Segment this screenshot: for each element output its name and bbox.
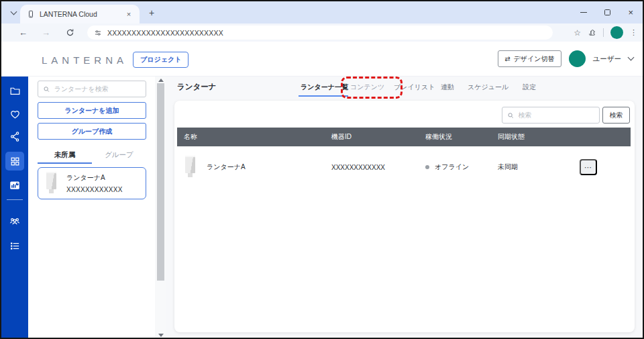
tab-unassigned[interactable]: 未所属: [38, 146, 92, 164]
device-card[interactable]: ランターナA XXXXXXXXXXXX: [38, 167, 146, 199]
sidebar-item-folder[interactable]: [7, 83, 23, 99]
browser-tab[interactable]: LANTERNA Cloud ×: [20, 5, 140, 23]
row-device-id: XXXXXXXXXXXX: [331, 164, 425, 171]
tab-schedule[interactable]: スケジュール: [468, 83, 508, 92]
sidebar-item-users[interactable]: [7, 213, 23, 229]
main-area: ランターナ ランターナ一覧 コンテンツ プレイリスト 連動 スケジュール 設定 …: [166, 77, 643, 339]
table-search-box[interactable]: [502, 107, 600, 124]
row-sync-state: 未同期: [498, 162, 580, 172]
status-dot-icon: [425, 165, 429, 169]
table-header: 名称 機器ID 稼働状況 同期状態: [177, 128, 631, 146]
project-button-label: プロジェクト: [140, 55, 181, 64]
browser-tab-strip: LANTERNA Cloud × + ×: [1, 1, 643, 23]
row-device-name: ランターナA: [207, 162, 246, 172]
search-icon: [43, 85, 50, 93]
window-controls: ×: [580, 1, 639, 23]
add-device-button[interactable]: ランターナを追加: [38, 102, 146, 119]
table-search-input[interactable]: [518, 111, 594, 119]
window-maximize-icon[interactable]: [604, 9, 610, 15]
sidebar-item-devices[interactable]: [5, 152, 24, 171]
sidebar-divider: [7, 199, 23, 200]
search-button[interactable]: 検索: [602, 107, 630, 124]
mobile-device-icon: [27, 10, 35, 18]
device-search-box[interactable]: [38, 81, 146, 97]
app-header: LANTERNA cloud プロジェクト ⇄ デザイン切替 ユーザー: [1, 42, 643, 77]
device-panel-tabs: 未所属 グループ: [38, 146, 146, 164]
search-icon: [507, 111, 514, 119]
window-minimize-icon[interactable]: [580, 12, 587, 13]
table-row[interactable]: ランターナA XXXXXXXXXXXX オフライン 未同期 ⋯: [177, 146, 631, 188]
tab-search-button[interactable]: [7, 6, 20, 19]
tab-group[interactable]: グループ: [92, 146, 146, 164]
device-id: XXXXXXXXXXXX: [66, 186, 123, 193]
site-info-icon[interactable]: [94, 29, 102, 37]
col-device-id: 機器ID: [331, 132, 425, 142]
chevron-down-icon[interactable]: [628, 54, 635, 61]
tab-close-icon[interactable]: ×: [123, 9, 134, 19]
sidebar-item-analytics[interactable]: [7, 177, 23, 193]
col-sync: 同期状態: [498, 132, 580, 142]
reload-icon[interactable]: [63, 26, 77, 40]
browser-toolbar: ← → XXXXXXXXXXXXXXXXXXXXXXXX ☆ ⋮: [1, 23, 643, 42]
add-device-label: ランターナを追加: [64, 106, 119, 115]
scrollbar-thumb[interactable]: [157, 83, 164, 281]
lantern-device-icon: [184, 156, 197, 179]
extensions-icon[interactable]: [588, 28, 596, 37]
url-text: XXXXXXXXXXXXXXXXXXXXXXXX: [107, 29, 223, 37]
user-avatar[interactable]: [569, 50, 586, 67]
app-body: ランターナを追加 グループ作成 未所属 グループ ランターナA XXXXXXXX…: [1, 77, 643, 339]
design-switch-button[interactable]: ⇄ デザイン切替: [498, 50, 561, 67]
col-status: 稼働状況: [425, 132, 498, 142]
tab-device-list[interactable]: ランターナ一覧: [301, 83, 348, 92]
scroll-up-icon[interactable]: [158, 79, 164, 82]
forward-icon: →: [39, 26, 53, 40]
back-icon[interactable]: ←: [16, 26, 30, 40]
panel-scrollbar[interactable]: [155, 77, 166, 339]
tab-playlist[interactable]: プレイリスト: [394, 83, 435, 92]
row-status: オフライン: [435, 162, 469, 172]
row-menu-button[interactable]: ⋯: [580, 159, 597, 175]
page-title: ランターナ: [177, 82, 217, 92]
tab-settings[interactable]: 設定: [523, 83, 536, 92]
search-button-label: 検索: [610, 111, 623, 120]
tab-title: LANTERNA Cloud: [40, 10, 123, 18]
browser-menu-icon[interactable]: ⋮: [630, 28, 637, 37]
header-right: ⇄ デザイン切替 ユーザー: [498, 50, 633, 67]
active-tab-underline: [299, 95, 348, 97]
chevron-down-icon: [10, 9, 17, 15]
device-name: ランターナA: [66, 173, 123, 183]
bookmark-star-icon[interactable]: ☆: [574, 28, 581, 38]
design-switch-label: デザイン切替: [514, 54, 555, 64]
nav-sidebar: [1, 77, 28, 339]
create-group-button[interactable]: グループ作成: [38, 123, 146, 140]
tab-contents[interactable]: コンテンツ: [350, 83, 384, 92]
ellipsis-icon: ⋯: [584, 163, 592, 172]
user-menu-label[interactable]: ユーザー: [593, 54, 622, 64]
tab-link[interactable]: 連動: [441, 83, 454, 92]
sidebar-item-favorites[interactable]: [7, 106, 23, 122]
new-tab-button[interactable]: +: [146, 7, 158, 19]
project-button[interactable]: プロジェクト: [133, 52, 189, 68]
toolbar-divider: [603, 28, 604, 37]
toolbar-right: ☆ ⋮: [574, 26, 637, 40]
browser-window: LANTERNA Cloud × + × ← → XXXXXXXXXXXXXXX…: [0, 0, 644, 339]
device-search-input[interactable]: [54, 85, 141, 93]
create-group-label: グループ作成: [72, 127, 113, 136]
scroll-down-icon[interactable]: [158, 334, 164, 337]
lantern-device-icon: [45, 172, 58, 195]
address-bar[interactable]: XXXXXXXXXXXXXXXXXXXXXXXX: [87, 26, 553, 40]
sidebar-item-list[interactable]: [7, 238, 23, 254]
col-name: 名称: [184, 132, 331, 142]
device-panel: ランターナを追加 グループ作成 未所属 グループ ランターナA XXXXXXXX…: [28, 77, 156, 339]
browser-profile-avatar[interactable]: [610, 26, 623, 39]
device-list-card: 検索 名称 機器ID 稼働状況 同期状態 ランターナA XXXXXXXXXXXX: [174, 101, 635, 332]
window-close-icon[interactable]: ×: [628, 8, 633, 17]
swap-arrows-icon: ⇄: [504, 55, 510, 62]
sidebar-item-share[interactable]: [7, 128, 23, 144]
logo-text-primary: LANTERNA: [42, 54, 127, 66]
